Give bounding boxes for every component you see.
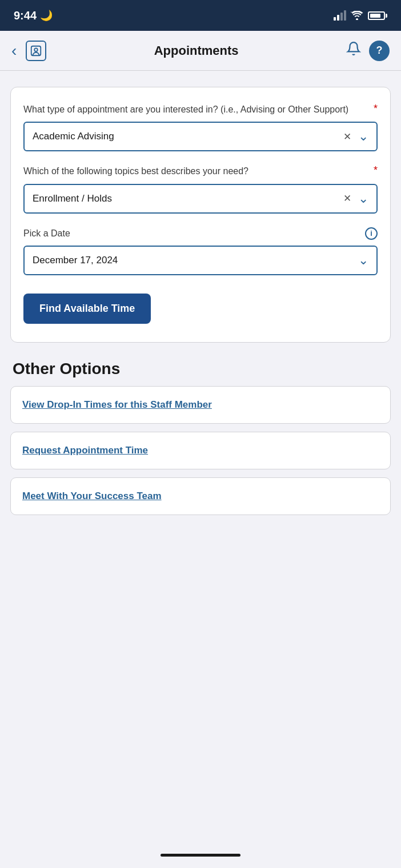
find-available-time-button[interactable]: Find Available Time — [23, 294, 151, 324]
meet-success-team-link[interactable]: Meet With Your Success Team — [22, 491, 162, 501]
appointment-type-label: What type of appointment are you interes… — [23, 103, 378, 116]
help-button[interactable]: ? — [369, 41, 390, 61]
time-display: 9:44 — [14, 9, 37, 22]
main-content: What type of appointment are you interes… — [0, 71, 401, 845]
topic-label: Which of the following topics best descr… — [23, 165, 378, 178]
home-indicator — [0, 845, 401, 868]
topic-select-icons: ✕ ⌄ — [343, 191, 368, 206]
required-star-2: * — [374, 165, 378, 175]
other-options-title: Other Options — [10, 360, 391, 378]
nav-bar: ‹ Appointments ? — [0, 31, 401, 71]
select-field-icons: ✕ ⌄ — [343, 129, 368, 144]
topic-group: Which of the following topics best descr… — [23, 165, 378, 213]
status-icons — [334, 10, 387, 21]
date-value: December 17, 2024 — [33, 255, 118, 266]
drop-in-times-link[interactable]: View Drop-In Times for this Staff Member — [22, 399, 212, 410]
required-star-1: * — [374, 103, 378, 114]
bell-icon[interactable] — [346, 41, 361, 60]
profile-icon[interactable] — [26, 41, 46, 61]
svg-point-1 — [35, 48, 38, 51]
topic-select[interactable]: Enrollment / Holds ✕ ⌄ — [23, 184, 378, 214]
wifi-icon — [351, 11, 363, 20]
page-title: Appointments — [46, 43, 346, 58]
appointment-type-group: What type of appointment are you interes… — [23, 103, 378, 151]
moon-icon: 🌙 — [40, 9, 53, 22]
drop-in-times-card[interactable]: View Drop-In Times for this Staff Member — [10, 386, 391, 424]
signal-icon — [334, 10, 346, 21]
request-appointment-link[interactable]: Request Appointment Time — [22, 445, 148, 456]
appointment-type-select[interactable]: Academic Advising ✕ ⌄ — [23, 122, 378, 151]
back-button[interactable]: ‹ — [11, 43, 17, 59]
date-label: Pick a Date i — [23, 227, 378, 240]
nav-left: ‹ — [11, 41, 46, 61]
nav-right: ? — [346, 41, 390, 61]
other-options-section: Other Options View Drop-In Times for thi… — [10, 360, 391, 515]
date-select[interactable]: December 17, 2024 ⌄ — [23, 246, 378, 275]
request-appointment-card[interactable]: Request Appointment Time — [10, 432, 391, 469]
chevron-down-icon-appointment[interactable]: ⌄ — [358, 129, 368, 144]
info-icon[interactable]: i — [365, 227, 378, 240]
appointment-type-value: Academic Advising — [33, 131, 114, 142]
topic-value: Enrollment / Holds — [33, 193, 112, 204]
status-time: 9:44 🌙 — [14, 9, 53, 22]
chevron-down-icon-date[interactable]: ⌄ — [358, 253, 368, 268]
status-bar: 9:44 🌙 — [0, 0, 401, 31]
date-group: Pick a Date i December 17, 2024 ⌄ — [23, 227, 378, 275]
appointment-form: What type of appointment are you interes… — [10, 87, 391, 343]
clear-topic-icon[interactable]: ✕ — [343, 192, 351, 204]
meet-success-team-card[interactable]: Meet With Your Success Team — [10, 477, 391, 515]
battery-icon — [368, 11, 387, 20]
clear-appointment-type-icon[interactable]: ✕ — [343, 131, 351, 143]
date-label-text: Pick a Date — [23, 227, 70, 240]
home-bar — [161, 854, 240, 857]
chevron-down-icon-topic[interactable]: ⌄ — [358, 191, 368, 206]
